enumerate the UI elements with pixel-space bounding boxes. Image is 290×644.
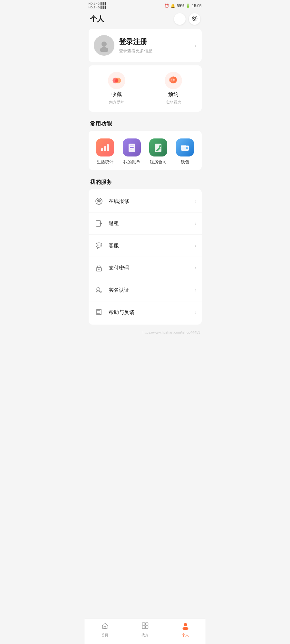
watermark: https://www.huzhan.com/ishop44453 [85, 328, 206, 337]
service-realname-left: 实名认证 [94, 285, 129, 295]
svg-rect-12 [104, 146, 106, 151]
page-title: 个人 [90, 14, 104, 24]
realname-icon [94, 285, 104, 295]
checkout-label: 退租 [109, 220, 119, 227]
feature-bills[interactable]: 我的账单 [119, 136, 145, 167]
services-title: 我的服务 [85, 173, 206, 189]
svg-point-9 [173, 80, 174, 81]
profile-chevron-icon: › [195, 42, 197, 49]
contract-label: 租房合同 [150, 159, 167, 165]
repair-icon [94, 196, 104, 206]
svg-rect-13 [107, 144, 109, 151]
scan-button[interactable] [189, 13, 200, 25]
stats-label: 生活统计 [97, 159, 113, 165]
help-icon [94, 307, 104, 317]
service-repair-left: 在线报修 [94, 196, 129, 206]
service-help-left: 帮助与反馈 [94, 307, 134, 317]
svg-point-19 [159, 145, 161, 147]
header: 个人 ··· [85, 11, 206, 29]
profile-left: 登录注册 登录查看更多信息 [94, 35, 152, 56]
realname-chevron-icon: › [195, 287, 196, 293]
profile-info: 登录注册 登录查看更多信息 [119, 37, 152, 54]
profile-name: 登录注册 [119, 37, 152, 47]
service-payment-left: 支付密码 [94, 263, 129, 273]
customer-icon [94, 241, 104, 251]
appointment-subtitle: 实地看房 [166, 100, 181, 105]
favorites-item[interactable]: 收藏 您喜爱的 [89, 65, 145, 112]
svg-point-22 [186, 147, 188, 149]
svg-rect-16 [130, 147, 134, 148]
realname-label: 实名认证 [109, 287, 129, 294]
appointment-icon-container [165, 72, 182, 89]
svg-rect-17 [130, 149, 132, 149]
wallet-label: 钱包 [181, 159, 189, 165]
svg-point-29 [100, 245, 101, 246]
service-payment-pwd[interactable]: 支付密码 › [89, 257, 202, 279]
favorites-subtitle: 您喜爱的 [109, 100, 124, 105]
svg-point-10 [174, 80, 176, 81]
svg-point-25 [98, 200, 100, 202]
service-realname[interactable]: 实名认证 › [89, 279, 202, 301]
payment-icon [94, 263, 104, 273]
feature-stats[interactable]: 生活统计 [92, 136, 118, 167]
service-checkout[interactable]: 退租 › [89, 213, 202, 235]
svg-point-31 [98, 269, 100, 270]
svg-point-27 [97, 245, 98, 246]
checkout-chevron-icon: › [195, 221, 196, 226]
svg-point-0 [193, 17, 196, 20]
header-actions: ··· [174, 13, 200, 25]
favorites-icon-container [108, 72, 125, 89]
services-list: 在线报修 › 退租 › [89, 189, 202, 325]
appointment-item[interactable]: 预约 实地看房 [145, 65, 202, 112]
feature-contract[interactable]: 租房合同 [145, 136, 171, 167]
svg-rect-23 [181, 145, 186, 146]
scan-icon [191, 15, 198, 23]
service-customer[interactable]: 客服 › [89, 235, 202, 257]
appointment-title: 预约 [168, 91, 179, 98]
svg-rect-11 [101, 148, 103, 151]
more-icon: ··· [178, 16, 182, 22]
wallet-icon [176, 138, 194, 156]
payment-chevron-icon: › [195, 265, 196, 271]
feature-items: 生活统计 我的账单 [89, 136, 202, 167]
service-help[interactable]: 帮助与反馈 › [89, 301, 202, 323]
common-features-section: 常用功能 生活统计 [85, 115, 206, 170]
clock: 15:05 [192, 4, 201, 8]
svg-point-32 [97, 288, 100, 291]
more-button[interactable]: ··· [174, 13, 186, 25]
feature-wallet[interactable]: 钱包 [172, 136, 198, 167]
feature-grid: 生活统计 我的账单 [89, 131, 202, 170]
svg-rect-15 [130, 146, 134, 146]
services-section: 我的服务 在线报修 › [85, 173, 206, 325]
quick-actions: 收藏 您喜爱的 预约 实地看房 [89, 65, 202, 112]
repair-label: 在线报修 [109, 198, 129, 205]
contract-icon [149, 138, 167, 156]
repair-chevron-icon: › [195, 198, 196, 204]
status-right: ⏰ 🔔 59% 🔋 15:05 [164, 4, 201, 8]
svg-point-3 [100, 47, 108, 52]
customer-chevron-icon: › [195, 243, 196, 249]
service-repair[interactable]: 在线报修 › [89, 190, 202, 213]
svg-point-28 [98, 245, 99, 246]
svg-point-1 [192, 16, 197, 21]
profile-section[interactable]: 登录注册 登录查看更多信息 › [89, 29, 202, 62]
service-customer-left: 客服 [94, 241, 119, 251]
alarm-icon: ⏰ [164, 4, 169, 8]
checkout-icon [94, 218, 104, 229]
help-chevron-icon: › [195, 309, 196, 315]
status-left: HD 1 4G ▌▌▌ HD 2 4G ▌▌▌ [89, 2, 107, 9]
service-checkout-left: 退租 [94, 218, 119, 229]
avatar [94, 35, 114, 56]
svg-point-8 [171, 80, 173, 81]
customer-label: 客服 [109, 242, 119, 249]
profile-subtitle: 登录查看更多信息 [119, 48, 152, 54]
battery-level: 59% [177, 4, 184, 8]
common-features-title: 常用功能 [85, 115, 206, 131]
bills-icon [123, 138, 141, 156]
help-label: 帮助与反馈 [109, 309, 134, 316]
bills-label: 我的账单 [123, 159, 140, 165]
payment-pwd-label: 支付密码 [109, 265, 129, 271]
mute-icon: 🔔 [170, 4, 175, 8]
stats-icon [96, 138, 114, 156]
svg-point-2 [102, 42, 107, 47]
